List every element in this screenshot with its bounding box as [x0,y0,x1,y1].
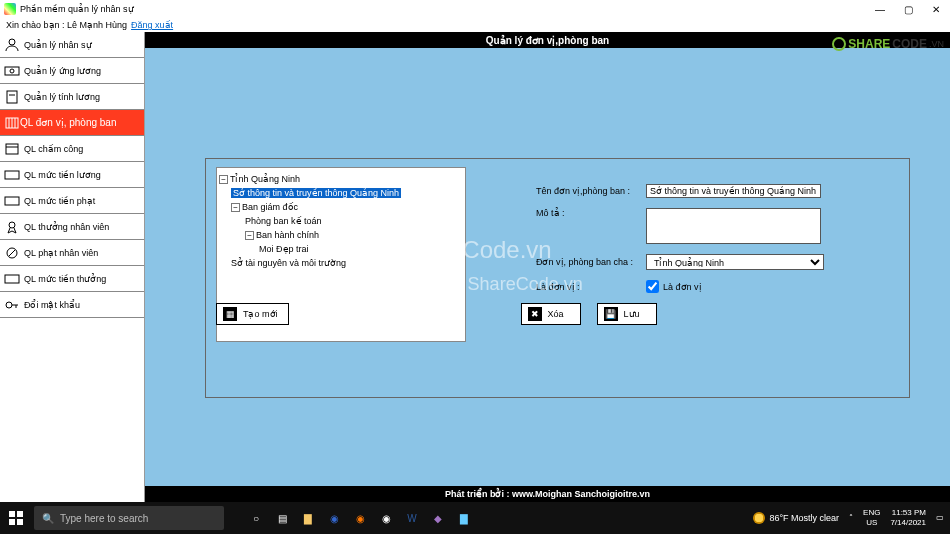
sidebar-item-label: QL đơn vị, phòng ban [20,117,116,128]
app-footer: Phát triển bởi : www.Moighan Sanchoigioi… [145,486,950,502]
sidebar-item-label: Đổi mật khẩu [24,300,80,310]
content-area: −Tỉnh Quảng Ninh Sở thông tin và truyền … [145,48,950,486]
form-panel: −Tỉnh Quảng Ninh Sở thông tin và truyền … [205,158,910,398]
money3-icon [4,272,20,286]
system-tray[interactable]: 86°F Mostly clear ˄ ENGUS 11:53 PM7/14/2… [753,508,950,528]
windows-taskbar[interactable]: 🔍 Type here to search ○ ▤ ▇ ◉ ◉ ◉ W ◆ ▇ … [0,502,950,534]
svg-rect-12 [5,197,19,205]
svg-rect-20 [9,511,15,517]
sidebar-item-thuong[interactable]: QL thưởng nhân viên [0,214,144,240]
trash-icon: ✖ [528,307,542,321]
cortana-icon[interactable]: ○ [244,506,268,530]
sidebar-item-cham-cong[interactable]: QL chấm công [0,136,144,162]
tree-node[interactable]: Ban hành chính [256,230,319,240]
fine-icon [4,194,20,208]
svg-rect-11 [5,171,19,179]
checkbox-label: Là đơn vị [663,282,702,292]
sidebar-item-label: QL phạt nhân viên [24,248,98,258]
language-indicator[interactable]: ENGUS [863,508,880,528]
calc-icon [4,90,20,104]
sidebar-item-phat[interactable]: QL phạt nhân viên [0,240,144,266]
sidebar-item-label: Quản lý ứng lương [24,66,101,76]
window-title: Phần mềm quản lý nhân sự [20,4,134,14]
button-save[interactable]: 💾Lưu [597,303,657,325]
tree-collapse-icon[interactable]: − [245,231,254,240]
sidebar-item-muc-thuong[interactable]: QL mức tiền thưởng [0,266,144,292]
footer-text: Phát triển bởi : www.Moighan Sanchoigioi… [445,489,650,499]
firefox-icon[interactable]: ◉ [348,506,372,530]
taskbar-search[interactable]: 🔍 Type here to search [34,506,224,530]
section-header: Quản lý đơn vị,phòng ban [145,32,950,48]
sidebar-item-muc-luong[interactable]: QL mức tiền lương [0,162,144,188]
clock-icon [4,142,20,156]
svg-rect-21 [17,511,23,517]
gear-icon [832,37,846,51]
tree-collapse-icon[interactable]: − [219,175,228,184]
vs-icon[interactable]: ◆ [426,506,450,530]
plus-icon: ▦ [223,307,237,321]
sidebar-item-ung-luong[interactable]: Quản lý ứng lương [0,58,144,84]
label-isunit: Là đơn vị : [536,282,646,292]
sidebar-item-nhan-su[interactable]: Quản lý nhân sự [0,32,144,58]
window-maximize-button[interactable]: ▢ [894,0,922,18]
greeting-text: Xin chào bạn : Lê Mạnh Hùng [6,20,127,30]
svg-rect-16 [5,275,19,283]
tree-node[interactable]: Ban giám đốc [242,202,298,212]
svg-point-17 [6,302,12,308]
explorer-icon[interactable]: ▇ [296,506,320,530]
sidebar-item-tinh-luong[interactable]: Quản lý tính lương [0,84,144,110]
sidebar-item-muc-phat[interactable]: QL mức tiền phạt [0,188,144,214]
window-close-button[interactable]: ✕ [922,0,950,18]
button-delete[interactable]: ✖Xóa [521,303,581,325]
app-icon [4,3,16,15]
svg-rect-3 [7,91,17,103]
button-create[interactable]: ▦Tạo mới [216,303,289,325]
svg-point-13 [9,222,15,228]
svg-rect-23 [17,519,23,525]
sharecode-logo: SHARECODE.VN [832,34,944,54]
sidebar-item-label: QL thưởng nhân viên [24,222,109,232]
sidebar-item-don-vi[interactable]: QL đơn vị, phòng ban [0,110,144,136]
clock[interactable]: 11:53 PM7/14/2021 [890,508,926,528]
weather-widget[interactable]: 86°F Mostly clear [753,512,839,524]
sidebar-item-label: QL mức tiền thưởng [24,274,106,284]
reward-icon [4,220,20,234]
chrome-icon[interactable]: ◉ [374,506,398,530]
sidebar: Quản lý nhân sự Quản lý ứng lương Quản l… [0,32,145,502]
tree-node[interactable]: Tỉnh Quảng Ninh [230,174,300,184]
tree-collapse-icon[interactable]: − [231,203,240,212]
sidebar-item-label: QL mức tiền lương [24,170,101,180]
svg-point-2 [10,69,14,73]
input-name[interactable] [646,184,821,198]
person-icon [4,38,20,52]
tray-chevron-icon[interactable]: ˄ [849,513,853,523]
detail-form: Tên đơn vị,phòng ban : Mô tả : Đơn vị, p… [536,184,899,325]
tree-node[interactable]: Moi Đẹp trai [259,244,309,254]
save-icon: 💾 [604,307,618,321]
edge-icon[interactable]: ◉ [322,506,346,530]
taskbar-apps: ○ ▤ ▇ ◉ ◉ ◉ W ◆ ▇ [244,506,476,530]
word-icon[interactable]: W [400,506,424,530]
notifications-icon[interactable]: ▭ [936,513,944,523]
tree-node[interactable]: Sở tài nguyên và môi trường [231,258,346,268]
building-icon [4,116,20,130]
search-icon: 🔍 [42,513,54,524]
sidebar-item-label: Quản lý nhân sự [24,40,92,50]
svg-rect-1 [5,67,19,75]
checkbox-isunit[interactable] [646,280,659,293]
sidebar-item-doi-mk[interactable]: Đổi mật khẩu [0,292,144,318]
logout-link[interactable]: Đăng xuất [131,20,173,30]
window-minimize-button[interactable]: — [866,0,894,18]
tree-node[interactable]: Phòng ban kế toán [245,216,322,226]
sidebar-item-label: QL mức tiền phạt [24,196,95,206]
taskview-icon[interactable]: ▤ [270,506,294,530]
app-running-icon[interactable]: ▇ [452,506,476,530]
penalty-icon [4,246,20,260]
textarea-desc[interactable] [646,208,821,244]
sidebar-item-label: QL chấm công [24,144,83,154]
start-button[interactable] [0,502,32,534]
select-parent[interactable]: Tỉnh Quảng Ninh [646,254,824,270]
tree-node-selected[interactable]: Sở thông tin và truyền thông Quảng Ninh [231,188,401,198]
window-titlebar: Phần mềm quản lý nhân sự — ▢ ✕ [0,0,950,18]
label-name: Tên đơn vị,phòng ban : [536,186,646,196]
